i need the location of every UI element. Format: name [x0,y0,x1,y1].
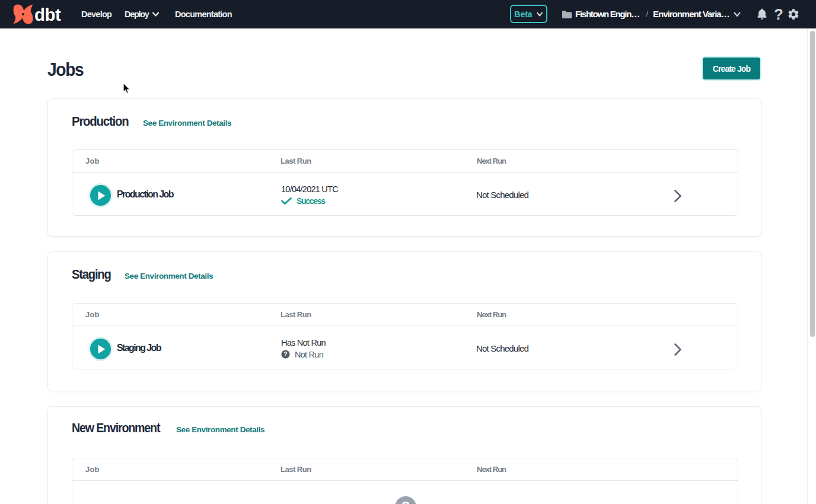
svg-text:?: ? [401,499,410,504]
svg-text:?: ? [283,351,287,358]
